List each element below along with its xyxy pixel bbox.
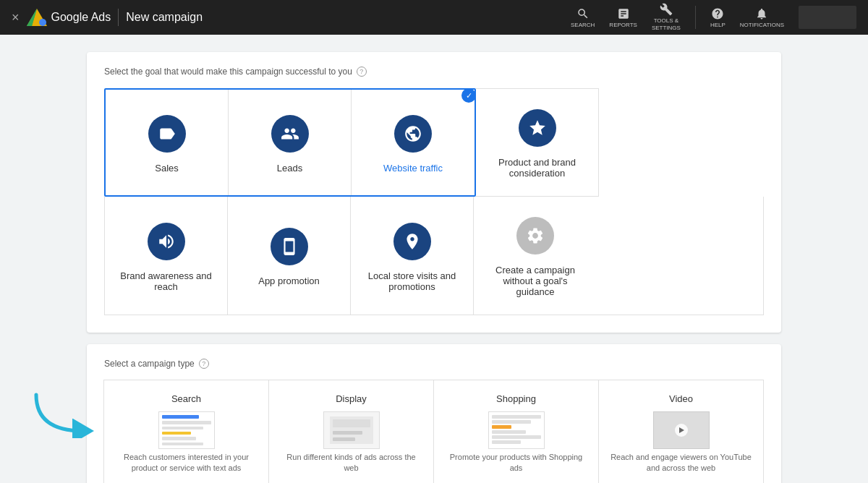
campaign-type-shopping[interactable]: Shopping Promote your products with Shop… (433, 380, 599, 483)
pointing-arrow (29, 388, 94, 438)
goal-product-brand[interactable]: Product and brand consideration (476, 88, 599, 197)
no-goal-icon (516, 217, 554, 255)
goal-label-text: Select the goal that would make this cam… (104, 67, 352, 77)
goal-leads[interactable]: Leads (229, 90, 352, 195)
nav-icon-divider (695, 6, 696, 29)
goal-help-icon[interactable]: ? (357, 67, 367, 77)
app-promotion-icon (271, 228, 308, 265)
reports-nav-item[interactable]: REPORTS (609, 7, 637, 28)
nav-divider (118, 9, 119, 26)
goal-brand-awareness[interactable]: Brand awareness and reach (105, 197, 228, 315)
local-store-label: Local store visits and promotions (362, 270, 461, 292)
search-nav-item[interactable]: SEARCH (571, 7, 595, 28)
reports-nav-label: REPORTS (609, 22, 637, 28)
search-type-illustration (158, 411, 215, 449)
account-avatar[interactable] (799, 6, 856, 29)
search-type-desc: Reach customers interested in your produ… (116, 452, 257, 474)
goal-section: Select the goal that would make this cam… (87, 52, 781, 333)
top-navigation: × Google Ads New campaign SEARCH REPORTS… (0, 0, 868, 35)
tools-icon (660, 3, 673, 16)
svg-point-2 (39, 19, 46, 26)
nav-left: × Google Ads New campaign (12, 9, 559, 26)
video-type-illustration (653, 411, 710, 449)
goal-website-traffic[interactable]: ✓ Website traffic (352, 90, 475, 195)
close-button[interactable]: × (12, 11, 20, 24)
campaign-type-help-icon[interactable]: ? (199, 359, 209, 369)
goal-bottom-row: Brand awareness and reach App promotion … (104, 197, 764, 315)
leads-icon (271, 115, 309, 153)
app-promotion-label: App promotion (258, 275, 320, 286)
brand-awareness-label: Brand awareness and reach (116, 270, 216, 292)
notifications-nav-item[interactable]: NOTIFICATIONS (740, 7, 784, 28)
campaign-type-video[interactable]: Video Reach and engage viewers on YouTub… (598, 380, 764, 483)
reports-icon (617, 7, 630, 20)
campaign-type-label-text: Select a campaign type (104, 359, 195, 369)
campaign-types-top-row: Search Reach customers interested in you… (104, 380, 764, 483)
display-type-desc: Run different kinds of ads across the we… (281, 452, 422, 474)
shopping-type-desc: Promote your products with Shopping ads (446, 452, 587, 474)
play-triangle (679, 427, 684, 433)
play-button-icon (675, 424, 688, 437)
tools-nav-item[interactable]: TOOLS &SETTINGS (652, 3, 681, 31)
goal-app-promotion[interactable]: App promotion (228, 197, 351, 315)
campaign-type-search[interactable]: Search Reach customers interested in you… (103, 380, 269, 483)
goal-top-row: Sales Leads ✓ We (104, 88, 764, 197)
sales-label: Sales (155, 163, 179, 174)
help-icon (711, 7, 724, 20)
sales-icon (148, 115, 186, 153)
goal-grid-container: Sales Leads ✓ We (104, 88, 764, 315)
brand-awareness-icon (148, 223, 185, 260)
search-nav-label: SEARCH (571, 22, 595, 28)
website-traffic-icon (394, 115, 432, 153)
tools-nav-label: TOOLS &SETTINGS (652, 17, 681, 31)
campaign-type-section: Select a campaign type ? Search (87, 344, 781, 483)
notifications-icon (755, 7, 768, 20)
main-content: Select the goal that would make this cam… (0, 35, 868, 483)
local-store-icon (393, 223, 431, 260)
search-icon (576, 7, 590, 20)
shopping-type-label: Shopping (496, 393, 536, 404)
search-type-label: Search (171, 393, 201, 404)
page-title: New campaign (126, 11, 203, 24)
selected-checkmark: ✓ (461, 88, 476, 103)
goal-sales[interactable]: Sales (106, 90, 229, 195)
leads-label: Leads (277, 163, 302, 174)
goal-section-label: Select the goal that would make this cam… (104, 67, 764, 77)
display-type-illustration (323, 411, 380, 449)
app-name: Google Ads (51, 11, 111, 24)
goal-local-store[interactable]: Local store visits and promotions (351, 197, 474, 315)
video-type-desc: Reach and engage viewers on YouTube and … (610, 452, 752, 474)
campaign-type-label: Select a campaign type ? (104, 359, 764, 369)
product-brand-icon (519, 109, 556, 147)
shopping-type-illustration (488, 411, 545, 449)
logo-icon (27, 9, 47, 26)
no-goal-label: Create a campaign without a goal's guida… (492, 265, 579, 297)
product-brand-label: Product and brand consideration (494, 157, 581, 179)
website-traffic-label: Website traffic (383, 163, 443, 174)
help-nav-label: HELP (710, 22, 726, 28)
video-type-label: Video (669, 393, 693, 404)
notifications-nav-label: NOTIFICATIONS (740, 22, 784, 28)
nav-right: SEARCH REPORTS TOOLS &SETTINGS HELP NOTI… (571, 3, 856, 31)
help-nav-item[interactable]: HELP (710, 7, 726, 28)
goal-no-guidance[interactable]: Create a campaign without a goal's guida… (474, 197, 597, 315)
display-type-label: Display (336, 393, 367, 404)
campaign-type-display[interactable]: Display Run different kinds of ads acros… (268, 380, 434, 483)
selected-goals-group: Sales Leads ✓ We (104, 88, 476, 197)
google-ads-logo: Google Ads (27, 9, 111, 26)
